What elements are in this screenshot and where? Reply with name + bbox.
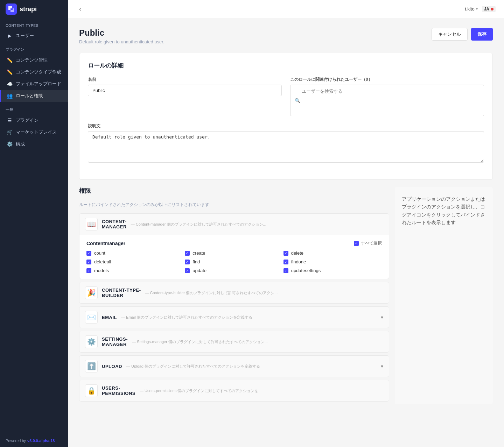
select-all-text: すべて選択: [361, 240, 382, 246]
up-name-line2: PERMISSIONS: [102, 391, 135, 396]
sm-name-line1: SETTINGS-: [102, 336, 128, 342]
upload-name: UPLOAD: [102, 364, 122, 369]
user-search-input[interactable]: [295, 88, 479, 94]
sm-desc: — Settings-manager 個のプラグインに対して許可されたすべてのア…: [132, 339, 383, 345]
plugin-desc-content-manager: — Content-manager 個のプラグインに対して許可されたすべてのアク…: [131, 222, 383, 227]
permissions-grid: count create delete: [86, 250, 382, 273]
content-manager-label: コンテンツ管理: [16, 57, 48, 63]
roles-label: ロールと権限: [16, 93, 43, 99]
perm-models: models: [86, 268, 185, 273]
name-input[interactable]: [88, 85, 282, 96]
ctb-emoji: 🎉: [85, 286, 98, 299]
role-detail-title: ロールの詳細: [88, 62, 484, 70]
upload-name-block: UPLOAD: [102, 364, 122, 369]
logo-text: strapi: [20, 6, 37, 13]
ctb-desc: — Content-type-builder 個のプラグインに対して許可されたす…: [145, 290, 383, 296]
email-name-block: EMAIL: [102, 315, 117, 320]
marketplace-label: マーケットプレイス: [16, 129, 57, 135]
plugin-name-block: CONTENT- MANAGER: [102, 219, 127, 229]
language-code: JA: [484, 7, 489, 12]
plugin-header-upload[interactable]: ⬆️ UPLOAD — Upload 個のプラグインに対して許可されたすべてのア…: [79, 356, 389, 377]
desc-label: 説明文: [88, 123, 484, 129]
plugins-nav-label: プラグイン: [16, 117, 38, 123]
sidebar-footer: Powered by v3.0.0-alpha.18: [0, 434, 68, 447]
plugin-header-content-manager[interactable]: 📖 CONTENT- MANAGER — Content-manager 個のプ…: [79, 214, 389, 235]
sidebar-item-marketplace[interactable]: 🛒 マーケットプレイス: [0, 126, 68, 138]
select-all-label[interactable]: すべて選択: [354, 240, 382, 246]
config-icon: ⚙️: [7, 141, 12, 147]
perm-create-checkbox[interactable]: [185, 251, 190, 256]
perm-deleteall-checkbox[interactable]: [86, 260, 91, 264]
sidebar-item-file-upload[interactable]: ☁️ ファイルアップロード: [0, 78, 68, 90]
sidebar-item-content-manager[interactable]: ✏️ コンテンツ管理: [0, 54, 68, 66]
sidebar-item-config[interactable]: ⚙️ 構成: [0, 138, 68, 150]
strapi-logo-icon: [6, 3, 17, 15]
desc-textarea[interactable]: Default role given to unauthenticated us…: [88, 131, 484, 163]
perm-find: find: [185, 259, 283, 264]
page-header: Public Default role given to unauthentic…: [79, 28, 493, 44]
upload-emoji: ⬆️: [85, 360, 98, 372]
plugin-body-header: Contentmanager すべて選択: [86, 240, 382, 246]
plugin-block-email: ✉️ EMAIL — Email 個のプラグインに対して許可されたすべてのアクシ…: [79, 306, 389, 328]
perm-delete-checkbox[interactable]: [284, 251, 288, 256]
perm-update-checkbox[interactable]: [185, 268, 190, 273]
svg-rect-0: [6, 3, 17, 15]
plugin-body-content-manager: Contentmanager すべて選択 count: [79, 235, 389, 279]
plugin-block-upload: ⬆️ UPLOAD — Upload 個のプラグインに対して許可されたすべてのア…: [79, 355, 389, 377]
sidebar-users-label: ユーザー: [16, 33, 34, 39]
plugin-header-sm[interactable]: ⚙️ SETTINGS- MANAGER — Settings-manager …: [79, 331, 389, 352]
content-type-builder-label: コンテンツタイプ作成: [16, 69, 61, 75]
plugin-header-up[interactable]: 🔒 USERS- PERMISSIONS — Users-permissions…: [79, 380, 389, 401]
users-label: このロールに関連付けられたユーザー（0）: [290, 77, 484, 83]
sm-name-line2: MANAGER: [102, 342, 128, 347]
plugin-block-content-manager: 📖 CONTENT- MANAGER — Content-manager 個のプ…: [79, 213, 389, 279]
file-upload-label: ファイルアップロード: [16, 81, 61, 87]
perm-update-label: update: [192, 268, 206, 273]
sidebar-item-roles[interactable]: 👥 ロールと権限: [0, 90, 68, 102]
perm-create: create: [185, 250, 283, 256]
user-chevron-icon: ▾: [476, 7, 478, 11]
email-name: EMAIL: [102, 315, 117, 320]
form-row-desc: 説明文 Default role given to unauthenticate…: [88, 123, 484, 164]
sidebar: strapi CONTENT TYPES ▶ ユーザー プラグイン ✏️ コンテ…: [0, 0, 68, 447]
sidebar-item-content-type-builder[interactable]: ✏️ コンテンツタイプ作成: [0, 66, 68, 78]
content-manager-icon: ✏️: [7, 57, 12, 63]
topbar-right: t.kito ▾ JA: [465, 6, 496, 12]
page-title: Public: [79, 28, 164, 38]
back-button[interactable]: ‹: [76, 4, 84, 14]
content-types-label: CONTENT TYPES: [0, 18, 68, 30]
select-all-checkbox[interactable]: [354, 241, 359, 246]
perm-models-label: models: [94, 268, 109, 273]
permissions-help: アプリケーションのアクションまたはプラグインのアクションを選択し、コグアイコンを…: [395, 187, 493, 404]
sidebar-item-users[interactable]: ▶ ユーザー: [0, 30, 68, 42]
roles-icon: 👥: [7, 93, 12, 99]
language-dot: [491, 8, 493, 10]
permissions-title: 権限: [79, 187, 389, 195]
sidebar-item-plugins[interactable]: ☰ プラグイン: [0, 114, 68, 126]
permissions-layout: 権限 ルートにバインドされたアクションのみが以下にリストされています 📖 CON…: [79, 187, 493, 404]
up-name-line1: USERS-: [102, 385, 135, 391]
plugin-header-ctb[interactable]: 🎉 CONTENT-TYPE- BUILDER — Content-type-b…: [79, 282, 389, 303]
plugin-name-line1: CONTENT-: [102, 219, 127, 224]
config-label: 構成: [16, 141, 25, 147]
perm-findone-label: findone: [291, 259, 306, 264]
language-badge[interactable]: JA: [482, 6, 496, 12]
perm-updatesettings-label: updatesettings: [291, 268, 321, 273]
perm-updatesettings-checkbox[interactable]: [284, 268, 288, 273]
perm-findone-checkbox[interactable]: [284, 260, 288, 264]
user-search-icon: 🔍: [295, 98, 300, 103]
up-emoji: 🔒: [85, 384, 98, 397]
perm-count-checkbox[interactable]: [86, 251, 91, 256]
save-button[interactable]: 保存: [471, 28, 493, 41]
perm-models-checkbox[interactable]: [86, 268, 91, 273]
perm-count: count: [86, 250, 185, 256]
sm-emoji: ⚙️: [85, 335, 98, 348]
plugin-header-email[interactable]: ✉️ EMAIL — Email 個のプラグインに対して許可されたすべてのアクシ…: [79, 307, 389, 328]
plugin-block-users-permissions: 🔒 USERS- PERMISSIONS — Users-permissions…: [79, 380, 389, 402]
user-menu[interactable]: t.kito ▾: [465, 6, 477, 12]
perm-find-checkbox[interactable]: [185, 260, 190, 264]
file-upload-icon: ☁️: [7, 81, 12, 87]
permissions-subtitle: ルートにバインドされたアクションのみが以下にリストされています: [79, 202, 389, 208]
cancel-button[interactable]: キャンセル: [432, 28, 468, 41]
perm-find-label: find: [192, 259, 200, 264]
